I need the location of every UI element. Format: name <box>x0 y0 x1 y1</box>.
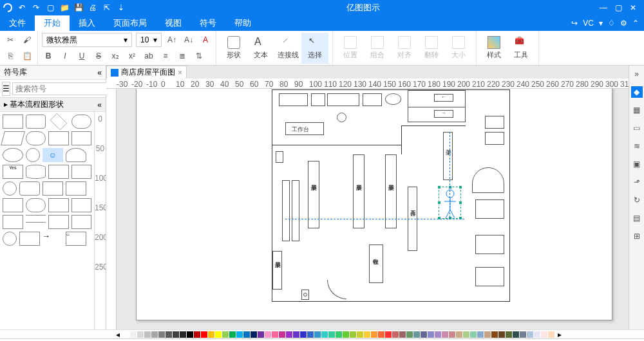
color-scroll-left-icon[interactable]: ◂ <box>116 330 120 339</box>
color-swatch[interactable] <box>265 331 271 338</box>
shape-card[interactable] <box>48 131 69 145</box>
shape-bracket[interactable] <box>71 215 92 229</box>
color-swatch[interactable] <box>229 331 236 338</box>
shape-trap3[interactable] <box>71 198 92 212</box>
color-swatch[interactable] <box>491 331 498 338</box>
color-scroll-right-icon[interactable]: ▸ <box>558 330 562 339</box>
cut-icon[interactable]: ✂ <box>4 33 17 46</box>
comment-icon[interactable]: ▤ <box>631 212 643 224</box>
theme-icon[interactable]: ◆ <box>631 86 643 98</box>
doc-tab[interactable]: 商店房屋平面图 × <box>106 66 187 78</box>
shape-trap2[interactable] <box>48 198 69 212</box>
shape-cylinder[interactable] <box>26 165 46 179</box>
search-input[interactable] <box>12 82 115 95</box>
fp-appliance[interactable] <box>311 93 325 106</box>
library-menu-icon[interactable]: ☰ <box>2 82 10 96</box>
connector-tool[interactable]: ⟋连接线 <box>274 33 301 64</box>
new-icon[interactable]: ▢ <box>45 3 55 13</box>
fp-appliance[interactable] <box>279 93 308 106</box>
shape-tape[interactable] <box>71 165 92 179</box>
shape-note[interactable]: ▭ <box>66 232 86 246</box>
shape-user[interactable] <box>66 148 86 162</box>
share-icon[interactable]: ↪ <box>571 19 578 28</box>
color-swatch[interactable] <box>498 331 505 338</box>
fp-shelf[interactable] <box>272 251 282 290</box>
color-swatch[interactable] <box>421 331 427 338</box>
save-icon[interactable]: 💾 <box>73 3 84 13</box>
shape-document[interactable] <box>48 165 69 179</box>
text-tool[interactable]: A文本 <box>247 33 274 64</box>
minimize-icon[interactable]: — <box>600 3 607 12</box>
shape-person[interactable]: ☺ <box>43 148 63 162</box>
shape-trap[interactable] <box>66 181 86 196</box>
fp-fixture[interactable] <box>337 113 346 122</box>
chevron-down-icon[interactable]: ▾ <box>599 19 603 28</box>
chart-icon[interactable]: ⬏ <box>631 176 643 188</box>
shape-display[interactable] <box>71 131 92 145</box>
decrease-font-icon[interactable]: A↓ <box>182 33 195 46</box>
fp-rack[interactable] <box>443 132 453 180</box>
paste-icon[interactable]: 📋 <box>21 50 33 62</box>
underline-icon[interactable]: U <box>75 50 88 62</box>
color-swatch[interactable] <box>470 331 477 338</box>
color-swatch[interactable] <box>222 331 229 338</box>
color-swatch[interactable] <box>456 331 462 338</box>
color-swatch[interactable] <box>258 331 264 338</box>
shape-circle[interactable] <box>26 148 40 162</box>
color-swatch[interactable] <box>251 331 257 338</box>
tab-file[interactable]: 文件 <box>0 15 35 31</box>
color-swatch[interactable] <box>328 331 335 338</box>
color-swatch[interactable] <box>350 331 356 338</box>
shape-shield[interactable] <box>19 232 40 246</box>
gift-icon[interactable]: ♢ <box>608 19 615 28</box>
shape-capsule[interactable] <box>26 131 46 145</box>
shape-roundrect[interactable] <box>26 115 46 129</box>
toolbox-tool[interactable]: 🧰工具 <box>507 33 535 64</box>
bold-icon[interactable]: B <box>42 50 55 62</box>
align-icon[interactable]: ≣ <box>176 50 189 62</box>
fp-furniture[interactable] <box>475 199 504 219</box>
subscript-icon[interactable]: x₂ <box>109 50 122 62</box>
color-swatch[interactable] <box>158 331 165 338</box>
color-swatch[interactable] <box>187 331 193 338</box>
color-swatch[interactable] <box>435 331 441 338</box>
fp-fixture[interactable] <box>301 290 309 300</box>
shape-arrow[interactable] <box>48 215 69 229</box>
shape-tool[interactable]: 形状 <box>220 33 247 64</box>
color-swatch[interactable] <box>527 331 533 338</box>
redo-icon[interactable]: ↷ <box>31 3 41 13</box>
color-swatch[interactable] <box>137 331 144 338</box>
color-swatch[interactable] <box>166 331 172 338</box>
fp-stairs[interactable]: ← → <box>408 90 466 122</box>
color-swatch[interactable] <box>520 331 526 338</box>
color-swatch[interactable] <box>413 331 420 338</box>
color-swatch[interactable] <box>321 331 328 338</box>
color-swatch[interactable] <box>208 331 214 338</box>
color-swatch[interactable] <box>399 331 406 338</box>
shape-hex[interactable] <box>26 198 46 212</box>
copy-icon[interactable]: ⎘ <box>4 50 17 62</box>
italic-icon[interactable]: I <box>59 50 71 62</box>
image-icon[interactable]: ▣ <box>631 158 643 170</box>
color-swatch[interactable] <box>151 331 158 338</box>
bullets-icon[interactable]: ≡ <box>159 50 172 62</box>
color-swatch[interactable] <box>548 331 554 338</box>
tab-symbol[interactable]: 符号 <box>191 15 225 31</box>
shape-arrow2[interactable]: → <box>43 232 63 246</box>
increase-font-icon[interactable]: A↑ <box>166 33 178 46</box>
fp-cashier[interactable] <box>369 244 383 283</box>
color-swatch[interactable] <box>541 331 547 338</box>
fp-appliance[interactable] <box>327 93 359 106</box>
shape-diamond[interactable] <box>50 113 67 130</box>
color-swatch[interactable] <box>513 331 519 338</box>
color-swatch[interactable] <box>194 331 200 338</box>
fp-appliance[interactable] <box>363 93 382 106</box>
color-swatch[interactable] <box>343 331 349 338</box>
fp-appliance[interactable] <box>485 132 504 145</box>
fp-furniture[interactable] <box>475 267 504 286</box>
color-swatch[interactable] <box>364 331 370 338</box>
vc-label[interactable]: VC <box>583 19 594 28</box>
font-color-icon[interactable]: A <box>199 33 212 46</box>
fp-shelf[interactable] <box>385 154 397 228</box>
color-swatch[interactable] <box>293 331 299 338</box>
